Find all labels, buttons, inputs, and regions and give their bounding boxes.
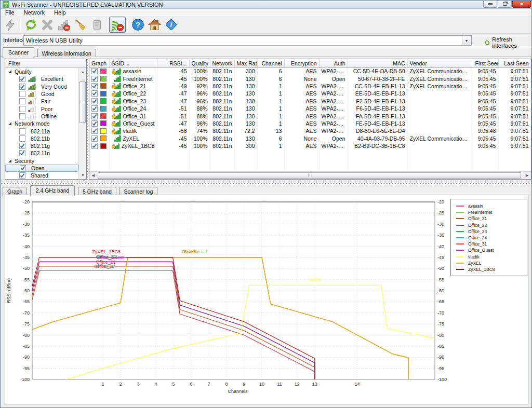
column-header-first_seen[interactable]: First Seen: [473, 59, 498, 67]
cell-first-seen: 9:05:45: [473, 142, 498, 149]
column-header-auth[interactable]: Auth: [319, 59, 348, 67]
scroll-down-icon[interactable]: ▼: [79, 171, 87, 179]
table-row[interactable]: FreeInternet-45100%802.11n1306NoneOpen50…: [89, 75, 531, 82]
stop-scan-button[interactable]: [39, 17, 56, 33]
checkbox-icon[interactable]: [19, 113, 25, 119]
column-header-channel[interactable]: Channel: [257, 59, 284, 67]
column-header-graph[interactable]: Graph: [89, 59, 109, 67]
table-row[interactable]: ZyXEL_1BC8-45100%802.11n3001AESWPA2-PSKB…: [89, 142, 531, 149]
checkbox-icon[interactable]: [91, 68, 98, 74]
table-row[interactable]: assasin-45100%802.11n3006AESWPA2-PSKCC-5…: [89, 67, 531, 75]
tab-24ghz-band[interactable]: 2.4 GHz band: [30, 185, 75, 196]
table-row[interactable]: Office_31-5188%802.11n1301AESWPA2-PSKFA-…: [89, 112, 531, 119]
wifi-stop-button[interactable]: [109, 17, 126, 33]
checkbox-icon[interactable]: [19, 150, 25, 156]
close-button[interactable]: ✕: [512, 1, 531, 8]
scrollbar-thumb[interactable]: [98, 172, 521, 179]
filter-group-network-mode[interactable]: Network mode: [5, 120, 78, 127]
scroll-up-icon[interactable]: ▲: [79, 68, 87, 76]
svg-text:?: ?: [136, 21, 140, 29]
checkbox-icon[interactable]: [91, 90, 98, 97]
table-row[interactable]: Office_24-5188%802.11n1301AESWPA2-PSKF6-…: [89, 105, 531, 112]
menu-file[interactable]: File: [1, 9, 19, 16]
tab-wireless-information[interactable]: Wireless information: [37, 49, 96, 58]
connect-button[interactable]: [2, 17, 19, 33]
checkbox-icon[interactable]: [20, 165, 26, 171]
help-button[interactable]: ?: [129, 17, 146, 33]
checkbox-icon[interactable]: [91, 135, 98, 142]
filter-item-802-11n[interactable]: 802.11n: [5, 149, 78, 157]
interface-combobox[interactable]: Wireless N USB Utility ▼: [23, 35, 472, 46]
checkbox-icon[interactable]: [19, 135, 25, 142]
filter-item-802-11a[interactable]: 802.11a: [5, 127, 78, 134]
table-row[interactable]: ZyXEL-45100%802.11n1306NoneOpen40-4A-03-…: [89, 135, 531, 142]
column-header-network[interactable]: Network ...: [210, 59, 234, 67]
remove-inactive-button[interactable]: [56, 17, 72, 33]
checkbox-icon[interactable]: [91, 105, 98, 112]
rescan-button[interactable]: [22, 17, 39, 33]
about-button[interactable]: i: [163, 17, 179, 33]
checkbox-icon[interactable]: [19, 106, 25, 112]
menu-help[interactable]: Help: [49, 9, 71, 16]
table-row[interactable]: Office_21-4992%802.11n1301AESWPA2-PSKCC-…: [89, 83, 531, 90]
checkbox-icon[interactable]: [19, 172, 25, 179]
checkbox-icon[interactable]: [19, 98, 25, 104]
checkbox-icon[interactable]: [19, 91, 25, 97]
filter-item-excellent[interactable]: Excellent: [5, 75, 78, 83]
table-row[interactable]: Office_23-4796%802.11n1301AESWPA2-PSKF2-…: [89, 98, 531, 105]
horizontal-splitter[interactable]: [1, 181, 532, 185]
column-header-rssi[interactable]: RSSI...: [157, 59, 189, 67]
tab-scanner[interactable]: Scanner: [3, 47, 34, 58]
column-header-max_rate[interactable]: Max Rate: [234, 59, 257, 67]
checkbox-icon[interactable]: [19, 76, 25, 82]
expander-icon[interactable]: [8, 70, 11, 73]
menu-network[interactable]: Network: [19, 9, 49, 16]
checkbox-icon[interactable]: [91, 128, 98, 134]
filter-item-offline[interactable]: Offline: [5, 113, 78, 120]
filter-group-security[interactable]: Security: [5, 157, 78, 165]
column-header-mac[interactable]: MAC: [348, 59, 407, 67]
restore-button[interactable]: [498, 1, 512, 8]
home-button[interactable]: [146, 17, 163, 33]
checkbox-icon[interactable]: [19, 84, 25, 90]
table-h-scrollbar[interactable]: ◀ ▶: [89, 171, 531, 179]
clear-list-button[interactable]: [72, 17, 89, 33]
filter-scrollbar[interactable]: ▲ ▼: [78, 68, 86, 179]
filter-item-802-11b[interactable]: 802.11b: [5, 135, 78, 142]
checkbox-icon[interactable]: [91, 143, 98, 149]
checkbox-icon[interactable]: [91, 98, 98, 104]
expander-icon[interactable]: [8, 159, 11, 162]
checkbox-icon[interactable]: [91, 83, 98, 89]
legend-dash: [456, 206, 464, 207]
title-bar[interactable]: Wi-Fi Scanner - UNREGISTERED EVALUATION …: [1, 1, 532, 9]
scroll-right-icon[interactable]: ▶: [523, 172, 531, 179]
series-color-swatch: [100, 113, 107, 119]
table-row[interactable]: Office_Guest-4796%802.11n1301AESWPA2-PSK…: [89, 120, 531, 127]
column-header-last_seen[interactable]: Last Seen: [498, 59, 531, 67]
table-row[interactable]: vladik-5874%802.11n72,213AESWPA2-PSKD8-5…: [89, 127, 531, 134]
minimize-button[interactable]: [483, 1, 497, 8]
table-row[interactable]: Office_22-4796%802.11n1301AESWPA2-PSKEE-…: [89, 90, 531, 97]
filter-item-fair[interactable]: Fair: [5, 98, 78, 105]
filter-item-very-good[interactable]: Very Good: [5, 83, 78, 90]
column-header-vendor[interactable]: Vendor: [407, 59, 473, 67]
filter-item-poor[interactable]: Poor: [5, 105, 78, 112]
column-header-ssid[interactable]: SSID▲: [109, 59, 157, 67]
scrollbar-thumb[interactable]: [79, 81, 86, 123]
column-header-quality[interactable]: Quality: [189, 59, 210, 67]
checkbox-icon[interactable]: [91, 76, 98, 82]
filter-item-good[interactable]: Good: [5, 90, 78, 98]
filter-item-shared[interactable]: Shared: [5, 172, 78, 179]
column-header-encryption[interactable]: Encryption: [284, 59, 319, 67]
expander-icon[interactable]: [8, 122, 11, 125]
copy-button[interactable]: [89, 17, 105, 33]
combobox-arrow-button[interactable]: ▼: [462, 36, 471, 45]
checkbox-icon[interactable]: [91, 120, 98, 127]
checkbox-icon[interactable]: [19, 128, 25, 134]
checkbox-icon[interactable]: [91, 113, 98, 119]
filter-group-quality[interactable]: Quality: [5, 68, 78, 75]
checkbox-icon[interactable]: [19, 143, 25, 149]
filter-item-802-11g[interactable]: 802.11g: [5, 142, 78, 149]
filter-item-open[interactable]: Open: [5, 165, 78, 172]
scroll-left-icon[interactable]: ◀: [89, 172, 97, 179]
